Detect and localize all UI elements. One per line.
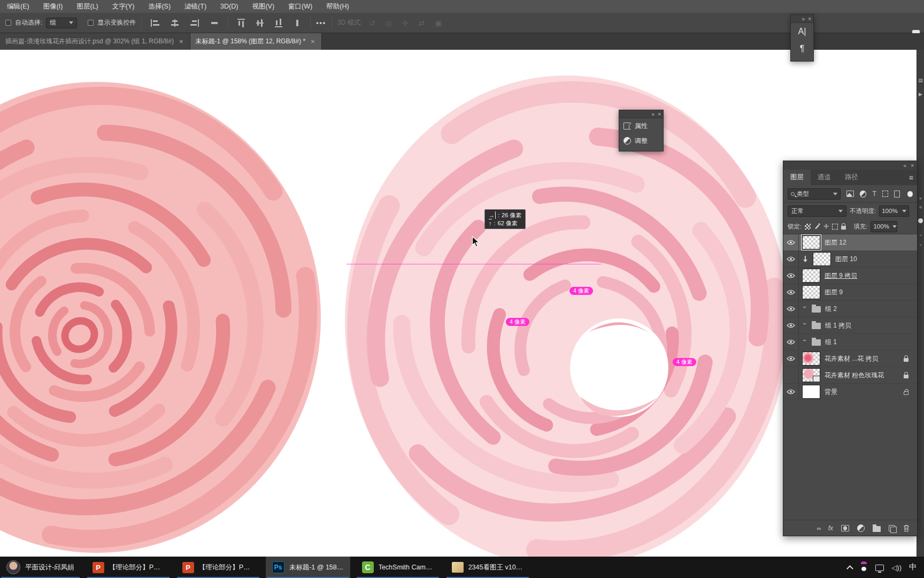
visibility-toggle[interactable] [783,284,799,300]
align-right-icon[interactable] [190,19,199,27]
lock-all-icon[interactable] [841,226,846,230]
paragraph-panel-button[interactable]: ¶ [791,40,813,57]
volume-icon[interactable]: ◁)) [891,564,902,572]
menu-help[interactable]: 帮助(H) [319,0,356,13]
visibility-toggle[interactable] [783,384,799,400]
menu-3d[interactable]: 3D(D) [213,0,245,13]
properties-button[interactable]: 属性 [619,118,663,133]
fill-input[interactable]: 100% [871,221,897,232]
visibility-toggle[interactable] [783,351,799,367]
visibility-toggle[interactable] [783,268,799,284]
close-icon[interactable]: × [658,111,661,117]
taskbar-photoshop[interactable]: Ps 未标题-1 @ 158%... [266,557,350,578]
tab-paths[interactable]: 路径 [838,170,865,185]
layer-thumbnail[interactable] [802,368,820,382]
layer-row-9-copy[interactable]: 图层 9 拷贝 [783,268,917,284]
delete-layer-icon[interactable] [903,524,910,532]
filter-smart-objects-icon[interactable] [894,191,899,197]
distribute-h-icon[interactable] [210,19,219,27]
taskbar-chat-window[interactable]: 平面设计-邱凤娟 [0,557,81,578]
close-icon[interactable]: × [911,163,914,169]
close-icon[interactable]: × [917,196,924,201]
menu-filter[interactable]: 滤镜(T) [178,0,213,13]
collapse-icon[interactable]: « [904,163,907,169]
taskbar-powerpoint-2[interactable]: P 【理论部分】PS插... [176,557,260,578]
new-group-icon[interactable] [873,526,881,532]
visibility-toggle[interactable] [783,301,799,317]
show-transform-checkbox[interactable] [88,20,94,26]
close-icon[interactable]: × [808,16,811,22]
opacity-input[interactable]: 100% [879,206,909,217]
taskbar-2345-viewer[interactable]: 2345看图王 v10.1 ... [445,557,530,578]
align-bottom-icon[interactable] [275,19,282,27]
blend-mode-dropdown[interactable]: 正常 [788,206,846,217]
layer-thumbnail[interactable] [802,352,820,366]
network-icon[interactable] [875,565,884,571]
panel-menu-icon[interactable]: ≡ [909,173,913,182]
collapse-icon[interactable]: » [802,16,805,22]
add-mask-icon[interactable] [841,525,849,531]
menu-image[interactable]: 图像(I) [36,0,70,13]
lock-pixels-icon[interactable] [814,223,820,230]
layer-row-group2[interactable]: › 组 2 [783,301,917,317]
align-middle-icon[interactable] [256,19,264,27]
align-center-h-icon[interactable] [171,19,179,27]
close-icon[interactable]: × [310,37,316,45]
character-panel-button[interactable]: A| [791,23,813,40]
layer-row-12[interactable]: 图层 12 [783,234,917,251]
expand-chevron-icon[interactable]: › [801,339,808,345]
layer-row-flower-copy[interactable]: 花卉素材 ...花 拷贝 [783,351,917,367]
layer-thumbnail[interactable] [802,235,820,249]
visibility-toggle[interactable] [783,367,799,383]
filter-toggle-icon[interactable] [907,191,913,197]
layer-thumbnail[interactable] [802,385,820,399]
filter-shape-layers-icon[interactable] [882,191,888,197]
layer-filter-dropdown[interactable]: 类型 [788,188,841,200]
document-tab-untitled[interactable]: 未标题-1 @ 158% (图层 12, RGB/8#) * × [190,33,322,50]
adjustments-button[interactable]: 调整 [619,133,663,148]
align-left-icon[interactable] [151,19,159,27]
chevron-icon[interactable]: ⌄ [917,241,924,247]
menu-view[interactable]: 视图(V) [245,0,281,13]
menu-window[interactable]: 窗口(W) [281,0,319,13]
filter-adjustment-layers-icon[interactable] [860,191,866,197]
visibility-toggle[interactable] [783,251,799,267]
menu-layer[interactable]: 图层(L) [70,0,105,13]
dock-play-icon[interactable]: ▶ [917,92,924,97]
lock-transparency-icon[interactable] [805,224,811,230]
layer-thumbnail[interactable] [802,285,820,299]
menu-edit[interactable]: 编辑(E) [0,0,36,13]
filter-pixel-layers-icon[interactable] [846,191,854,197]
tab-channels[interactable]: 通道 [811,170,838,185]
layer-style-icon[interactable]: fx [828,524,833,532]
visibility-toggle[interactable] [783,234,799,250]
distribute-v-icon[interactable] [294,19,301,27]
menu-type[interactable]: 文字(Y) [105,0,142,13]
layer-row-10[interactable]: 图层 10 [783,251,917,268]
color-dock-icon[interactable] [918,218,923,223]
taskbar-powerpoint-1[interactable]: P 【理论部分】PS插... [86,557,171,578]
collapse-icon[interactable]: » [652,111,655,117]
visibility-toggle[interactable] [783,334,799,350]
tray-expand-icon[interactable] [846,565,853,572]
layer-row-background[interactable]: 背景 [783,384,917,400]
layer-row-group1-copy[interactable]: › 组 1 拷贝 [783,317,917,334]
align-top-icon[interactable] [237,19,245,27]
dock-grid-icon[interactable]: ▤ [917,78,924,83]
layer-row-flower-pink[interactable]: 花卉素材 粉色玫瑰花 [783,367,917,384]
document-tab-rose-psd[interactable]: 插画篇-浪漫玫瑰花卉插画设计.psd @ 302% (组 1, RGB/8#) … [0,33,190,50]
tab-layers[interactable]: 图层 [783,170,811,185]
adjustment-layer-icon[interactable] [857,524,865,532]
auto-select-target-dropdown[interactable]: 组 [46,18,77,28]
expand-chevron-icon[interactable]: › [801,306,808,311]
expand-chevron-icon[interactable]: › [801,323,808,328]
layer-row-group1[interactable]: › 组 1 [783,334,917,351]
qq-icon[interactable] [860,563,868,572]
filter-type-layers-icon[interactable]: T [872,190,876,197]
close-icon[interactable]: × [178,37,184,45]
taskbar-camtasia[interactable]: C TechSmith Camta... [356,557,440,578]
lock-position-icon[interactable]: ✛ [823,223,829,230]
visibility-toggle[interactable] [783,317,799,333]
more-options-button[interactable]: ••• [316,19,326,27]
auto-select-checkbox[interactable] [5,20,11,26]
